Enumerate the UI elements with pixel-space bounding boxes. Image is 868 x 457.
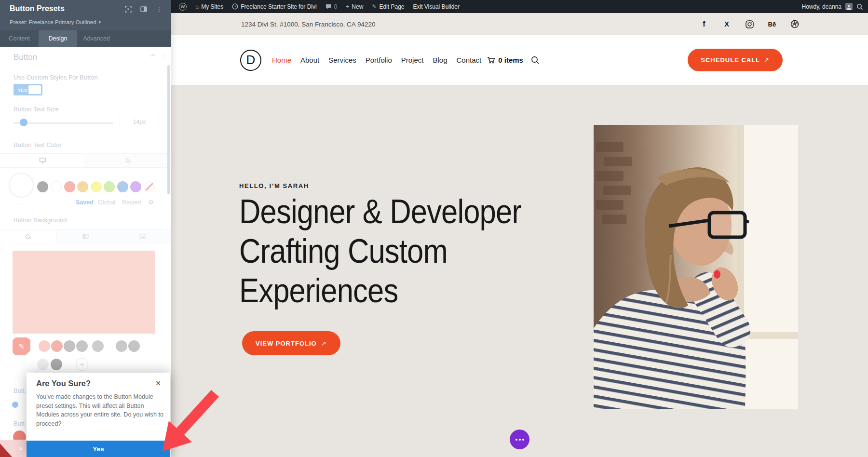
view-portfolio-button[interactable]: VIEW PORTFOLIO ↗ bbox=[242, 331, 340, 355]
saved-link[interactable]: Saved bbox=[76, 199, 94, 206]
expand-icon[interactable] bbox=[125, 6, 132, 13]
text-size-value[interactable]: 14px bbox=[120, 115, 159, 129]
bg-swatch-7[interactable] bbox=[128, 340, 140, 352]
howdy-label[interactable]: Howdy, deanna bbox=[802, 3, 842, 10]
my-sites-label: My Sites bbox=[201, 3, 223, 10]
new-menu[interactable]: + New bbox=[341, 0, 367, 13]
tab-content[interactable]: Content bbox=[0, 30, 39, 47]
bg-color-tab[interactable] bbox=[0, 229, 57, 243]
admin-search-icon[interactable] bbox=[856, 3, 863, 10]
nav-menu: Home About Services Portfolio Project Bl… bbox=[272, 56, 481, 64]
hover-state-tab[interactable] bbox=[85, 154, 171, 167]
transparent-swatch[interactable] bbox=[144, 181, 155, 192]
bg-swatch-6[interactable] bbox=[116, 340, 127, 352]
gradient-icon bbox=[82, 234, 89, 239]
edit-page-menu[interactable]: ✎ Edit Page bbox=[367, 0, 408, 13]
nav-search-icon[interactable] bbox=[531, 56, 540, 65]
text-size-slider-handle[interactable] bbox=[20, 119, 27, 126]
hero-photo bbox=[594, 125, 798, 409]
arrow-up-right-icon: ↗ bbox=[764, 56, 770, 64]
site-logo[interactable]: D bbox=[240, 50, 261, 71]
background-color-preview[interactable] bbox=[13, 251, 155, 334]
palette-swatch-2[interactable] bbox=[51, 181, 62, 192]
modal-yes-button[interactable]: Yes bbox=[27, 441, 170, 457]
hero-title-line-2: Crafting Custom bbox=[239, 231, 521, 271]
palette-swatch-8[interactable] bbox=[130, 181, 141, 192]
nav-item-portfolio[interactable]: Portfolio bbox=[366, 56, 392, 64]
panel-header: Button Presets ⋮ Preset: Freelance Prima… bbox=[0, 0, 171, 47]
tab-advanced[interactable]: Advanced bbox=[77, 30, 116, 47]
split-view-icon[interactable] bbox=[140, 6, 147, 12]
hero-eyebrow: HELLO, I’M SARAH bbox=[239, 182, 309, 189]
global-link[interactable]: Global bbox=[98, 199, 115, 206]
add-swatch-button[interactable]: + bbox=[76, 358, 88, 371]
schedule-call-button[interactable]: SCHEDULE CALL ↗ bbox=[688, 49, 783, 71]
nav-item-blog[interactable]: Blog bbox=[433, 56, 447, 64]
comments-menu[interactable]: 0 bbox=[321, 0, 342, 13]
palette-swatch-4[interactable] bbox=[77, 181, 88, 192]
current-color-dots: ... bbox=[15, 199, 23, 206]
bg-swatch-5[interactable] bbox=[92, 340, 104, 352]
tab-design[interactable]: Design bbox=[39, 30, 77, 47]
custom-styles-toggle[interactable]: YES bbox=[14, 84, 42, 95]
site-topbar: 1234 Divi St. #1000, San Francisco, CA 9… bbox=[171, 13, 868, 35]
text-size-slider-track[interactable] bbox=[14, 122, 113, 124]
page-settings-dots-button[interactable] bbox=[510, 430, 529, 449]
nav-item-about[interactable]: About bbox=[300, 56, 319, 64]
instagram-icon[interactable] bbox=[745, 20, 754, 28]
gear-icon[interactable]: ⚙ bbox=[148, 199, 154, 206]
bg-swatch-4[interactable] bbox=[76, 340, 88, 352]
selected-bg-swatch[interactable]: ✎ bbox=[13, 337, 30, 355]
cart-count-label: 0 items bbox=[498, 56, 523, 64]
site-name-menu[interactable]: Freelance Starter Site for Divi bbox=[228, 0, 321, 13]
bg-gradient-tab[interactable] bbox=[57, 229, 114, 243]
social-icons: f X Bē bbox=[700, 13, 799, 35]
avatar[interactable] bbox=[845, 3, 853, 10]
nav-item-contact[interactable]: Contact bbox=[457, 56, 482, 64]
bg-swatch-8[interactable] bbox=[37, 359, 49, 370]
x-twitter-icon[interactable]: X bbox=[722, 20, 731, 28]
dot bbox=[519, 439, 521, 441]
facebook-icon[interactable]: f bbox=[700, 20, 708, 28]
custom-styles-label: Use Custom Styles For Button bbox=[14, 74, 98, 81]
modal-close-icon[interactable]: ✕ bbox=[155, 379, 161, 387]
nav-item-home[interactable]: Home bbox=[272, 56, 291, 64]
pencil-icon: ✎ bbox=[372, 3, 377, 10]
exit-visual-builder-label: Exit Visual Builder bbox=[413, 3, 460, 10]
screen: W ⌂ My Sites Freelance Starter Site for … bbox=[0, 0, 868, 457]
nav-item-services[interactable]: Services bbox=[328, 56, 356, 64]
palette-swatch-3[interactable] bbox=[64, 181, 75, 192]
text-size-label: Button Text Size bbox=[14, 106, 59, 113]
panel-menu-dots-icon[interactable]: ⋮ bbox=[156, 5, 163, 13]
bg-swatch-9[interactable] bbox=[51, 359, 62, 370]
exit-visual-builder[interactable]: Exit Visual Builder bbox=[408, 0, 464, 13]
palette-swatch-5[interactable] bbox=[91, 181, 102, 192]
wp-logo-menu[interactable]: W bbox=[175, 0, 191, 13]
desktop-state-tab[interactable] bbox=[0, 154, 85, 167]
palette-swatch-6[interactable] bbox=[104, 181, 115, 192]
panel-scrollbar[interactable] bbox=[167, 65, 170, 194]
my-sites-menu[interactable]: ⌂ My Sites bbox=[191, 0, 228, 13]
dot bbox=[515, 439, 517, 441]
preset-selector[interactable]: Preset: Freelance Primary Outlined ▾ bbox=[10, 19, 101, 25]
gauge-icon bbox=[232, 3, 238, 10]
cart-link[interactable]: 0 items bbox=[487, 56, 523, 64]
clipped-option-label-1: Butt bbox=[14, 387, 25, 394]
current-color-swatch[interactable] bbox=[9, 173, 34, 198]
state-tabs bbox=[0, 153, 171, 168]
toggle-knob bbox=[28, 85, 41, 94]
nav-item-project[interactable]: Project bbox=[401, 56, 424, 64]
section-menu-dots-icon[interactable]: ⋮ bbox=[162, 53, 168, 59]
bg-swatch-3[interactable] bbox=[64, 340, 75, 352]
recent-link[interactable]: Recent bbox=[122, 199, 141, 206]
dribbble-icon[interactable] bbox=[790, 20, 799, 28]
bg-image-tab[interactable] bbox=[114, 229, 171, 243]
bg-swatch-1[interactable] bbox=[39, 340, 50, 352]
behance-icon[interactable]: Bē bbox=[768, 20, 776, 28]
modal-body-text: You've made changes to the Button Module… bbox=[36, 392, 163, 428]
chevron-up-icon[interactable] bbox=[150, 54, 156, 57]
palette-swatch-1[interactable] bbox=[37, 181, 48, 192]
wordpress-logo-icon: W bbox=[179, 3, 187, 11]
bg-swatch-2[interactable] bbox=[51, 340, 63, 352]
palette-swatch-7[interactable] bbox=[117, 181, 128, 192]
